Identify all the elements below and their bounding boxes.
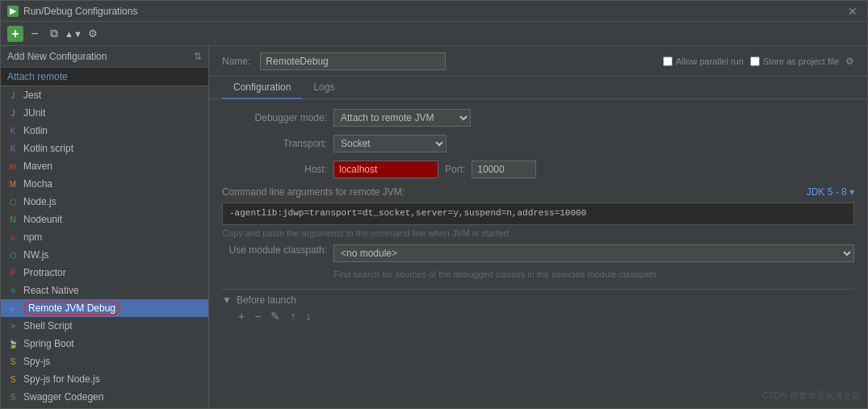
sidebar-item-kotlin-script[interactable]: K Kotlin script — [1, 140, 208, 157]
sidebar-item-protractor[interactable]: P Protractor — [1, 264, 208, 282]
maven-icon: m — [7, 161, 19, 172]
protractor-icon: P — [7, 267, 19, 278]
junit-icon: J — [7, 107, 19, 119]
copy-configuration-button[interactable]: ⧉ — [46, 26, 62, 42]
window-title: Run/Debug Configurations — [23, 6, 137, 17]
name-header: Name: Allow parallel run Store as projec… — [209, 46, 867, 77]
module-classpath-label: Use module classpath: — [222, 244, 327, 256]
before-launch-remove-btn[interactable]: − — [251, 309, 264, 323]
sidebar-item-nodeunit[interactable]: N Nodeunit — [1, 211, 208, 228]
sidebar-item-maven[interactable]: m Maven — [1, 157, 208, 175]
name-label: Name: — [222, 56, 250, 67]
sidebar-item-nwjs[interactable]: ⬡ NW.js — [1, 246, 208, 264]
transport-row: Transport: Socket Shared memory — [222, 135, 854, 152]
allow-parallel-label[interactable]: Allow parallel run — [663, 56, 744, 66]
before-launch-collapse-icon[interactable]: ▼ — [222, 294, 232, 306]
before-launch-move-down-btn[interactable]: ↓ — [302, 309, 314, 323]
attach-remote-label: Attach remote — [7, 71, 68, 82]
module-classpath-select[interactable]: <no module> — [333, 244, 854, 262]
spring-boot-icon: 🍃 — [7, 338, 19, 349]
sidebar-item-testng[interactable]: T TestNG — [1, 406, 208, 408]
sidebar-item-shell-script[interactable]: > Shell Script — [1, 317, 208, 335]
kotlin-script-icon: K — [7, 143, 19, 154]
sidebar-item-label: Kotlin script — [23, 143, 73, 154]
store-as-project-checkbox[interactable] — [750, 56, 760, 66]
close-button[interactable]: ✕ — [845, 5, 861, 18]
before-launch-add-btn[interactable]: + — [235, 309, 248, 323]
transport-select[interactable]: Socket Shared memory — [333, 135, 447, 152]
sidebar-item-label: Node.js — [23, 196, 57, 207]
add-configuration-button[interactable]: + — [7, 26, 23, 42]
host-port-row: Host: Port: — [222, 161, 854, 178]
store-as-project-label[interactable]: Store as project file — [750, 56, 839, 66]
host-label: Host: — [222, 164, 327, 175]
port-label: Port: — [445, 164, 465, 175]
config-panel: Debugger mode: Attach to remote JVM List… — [209, 99, 867, 408]
window-icon: ▶ — [7, 6, 19, 17]
sidebar-item-remote-jvm-debug[interactable]: ▶ Remote JVM Debug — [1, 299, 208, 317]
kotlin-icon: K — [7, 125, 19, 136]
sidebar-item-kotlin[interactable]: K Kotlin — [1, 122, 208, 140]
sidebar-item-label: Spy-js for Node.js — [23, 374, 100, 385]
sidebar-list: J Jest J JUnit K Kotlin K Kotlin script — [1, 86, 208, 408]
mocha-icon: M — [7, 178, 19, 190]
sidebar-sort-icon[interactable]: ⇅ — [194, 51, 202, 62]
sidebar-item-label: JUnit — [23, 107, 45, 119]
sidebar: Add New Configuration ⇅ Attach remote J … — [1, 46, 209, 408]
sidebar-header: Add New Configuration ⇅ — [1, 46, 208, 68]
before-launch-move-up-btn[interactable]: ↑ — [287, 309, 299, 323]
sidebar-item-npm[interactable]: n npm — [1, 228, 208, 246]
allow-parallel-checkbox[interactable] — [663, 56, 673, 66]
tab-logs[interactable]: Logs — [302, 77, 346, 99]
settings-gear-icon[interactable]: ⚙ — [845, 56, 854, 67]
tab-configuration[interactable]: Configuration — [222, 77, 302, 99]
title-bar: ▶ Run/Debug Configurations ✕ — [1, 1, 867, 22]
swagger-codegen-icon: S — [7, 391, 19, 403]
port-input[interactable] — [472, 161, 536, 178]
sidebar-item-mocha[interactable]: M Mocha — [1, 175, 208, 193]
nodejs-icon: ⬡ — [7, 196, 19, 207]
checkbox-group: Allow parallel run Store as project file… — [663, 56, 854, 67]
sidebar-item-label: Spy-js — [23, 356, 50, 367]
sidebar-item-label: NW.js — [23, 249, 48, 261]
settings-button[interactable]: ⚙ — [85, 26, 101, 42]
sidebar-item-label: Swagger Codegen — [23, 391, 103, 403]
sidebar-item-swagger-codegen[interactable]: S Swagger Codegen — [1, 388, 208, 406]
sidebar-item-spring-boot[interactable]: 🍃 Spring Boot — [1, 335, 208, 353]
transport-label: Transport: — [222, 138, 327, 149]
remote-jvm-debug-icon: ▶ — [7, 303, 19, 314]
before-launch-section: ▼ Before launch + − ✎ ↑ ↓ — [222, 289, 854, 328]
jdk-link[interactable]: JDK 5 - 8 ▾ — [807, 186, 854, 198]
sidebar-item-jest[interactable]: J Jest — [1, 86, 208, 104]
jest-icon: J — [7, 90, 19, 101]
cmd-header: Command line arguments for remote JVM: J… — [222, 186, 854, 198]
move-up-button[interactable]: ▲▼ — [65, 26, 82, 42]
sidebar-item-react-native[interactable]: ⚛ React Native — [1, 282, 208, 299]
sidebar-item-junit[interactable]: J JUnit — [1, 104, 208, 122]
name-input[interactable] — [260, 52, 446, 70]
watermark: CSDN @繁华尽头满是砺 — [762, 390, 861, 402]
cmd-args-label: Command line arguments for remote JVM: — [222, 186, 405, 198]
debugger-mode-row: Debugger mode: Attach to remote JVM List… — [222, 109, 854, 127]
before-launch-edit-btn[interactable]: ✎ — [267, 309, 283, 323]
sidebar-item-label: npm — [23, 232, 42, 243]
remove-configuration-button[interactable]: − — [27, 26, 43, 42]
debugger-mode-select[interactable]: Attach to remote JVM Listen to remote JV… — [333, 109, 471, 127]
module-hint: First search for sources of the debugged… — [333, 269, 854, 281]
module-classpath-row: Use module classpath: <no module> — [222, 244, 854, 262]
sidebar-item-label: Mocha — [23, 178, 52, 190]
npm-icon: n — [7, 232, 19, 243]
cmd-value-box: -agentlib:jdwp=transport=dt_socket,serve… — [222, 202, 854, 225]
host-input[interactable] — [333, 161, 438, 178]
sidebar-item-label: Spring Boot — [23, 338, 74, 349]
sidebar-item-spy-js-node[interactable]: S Spy-js for Node.js — [1, 370, 208, 388]
spy-js-node-icon: S — [7, 374, 19, 385]
sidebar-item-spy-js[interactable]: S Spy-js — [1, 353, 208, 370]
sidebar-item-label: Protractor — [23, 267, 66, 278]
sidebar-item-nodejs[interactable]: ⬡ Node.js — [1, 193, 208, 211]
sidebar-item-label: Jest — [23, 90, 41, 101]
sidebar-item-label: Kotlin — [23, 125, 48, 136]
right-panel: Name: Allow parallel run Store as projec… — [209, 46, 867, 408]
sidebar-item-label: Nodeunit — [23, 214, 62, 225]
cmd-hint: Copy and paste the arguments to the comm… — [222, 228, 854, 238]
